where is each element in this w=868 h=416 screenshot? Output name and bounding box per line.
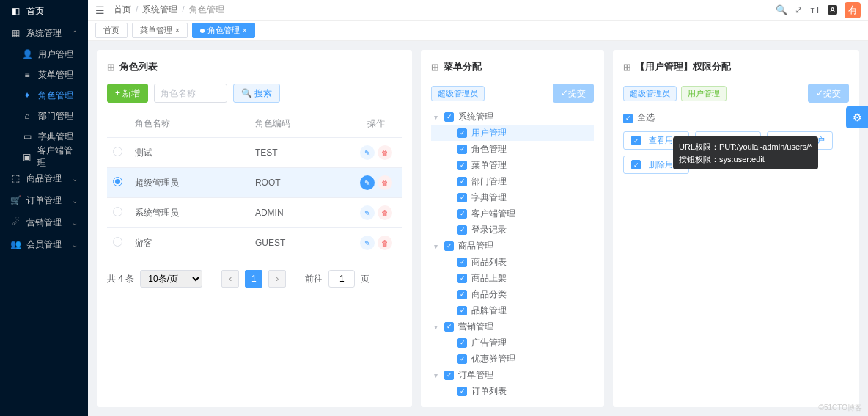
dept-icon: ⌂ xyxy=(22,111,32,121)
sidebar-user[interactable]: 👤用户管理 xyxy=(0,44,88,65)
tree-node[interactable]: 商品分类 xyxy=(431,286,594,302)
dict-icon: ▭ xyxy=(22,131,32,142)
pager: 共 4 条 10条/页 ‹ 1 › 前往 页 xyxy=(107,270,402,288)
sidebar-order[interactable]: 🛒订单管理⌄ xyxy=(0,189,88,211)
sidebar-goods[interactable]: ⬚商品管理⌄ xyxy=(0,167,88,189)
list-icon: ⊞ xyxy=(107,62,115,73)
tabsbar: 首页 菜单管理× 角色管理× xyxy=(88,21,868,41)
add-button[interactable]: + 新增 xyxy=(107,84,148,103)
roles-card: ⊞角色列表 + 新增 🔍搜索 角色名称 角色编码 操作 xyxy=(97,50,412,407)
tree-node[interactable]: ▾商品管理 xyxy=(431,238,594,254)
sidebar-client[interactable]: ▣客户端管理 xyxy=(0,147,88,167)
settings-fab[interactable]: ⚙ xyxy=(846,106,868,128)
page-next[interactable]: › xyxy=(268,270,286,288)
sidebar-dict[interactable]: ▭字典管理 xyxy=(0,126,88,147)
dashboard-icon: ◧ xyxy=(10,6,21,16)
tree-node[interactable]: 商品上架 xyxy=(431,270,594,286)
list-icon: ⊞ xyxy=(623,62,631,73)
avatar[interactable]: 有 xyxy=(845,2,861,18)
main: ☰ 首页/系统管理/角色管理 🔍 ⤢ тT A 有 首页 菜单管理× 角色管理×… xyxy=(88,0,868,416)
pager-total: 共 4 条 xyxy=(107,273,134,285)
tree-node[interactable]: 用户管理 xyxy=(431,125,594,141)
sidebar: ◧首页 ▦系统管理⌃ 👤用户管理 ≡菜单管理 ✦角色管理 ⌂部门管理 ▭字典管理… xyxy=(0,0,88,416)
card-title: 【用户管理】权限分配 xyxy=(636,60,731,73)
tree-node[interactable]: 客户端管理 xyxy=(431,205,594,222)
tree-node[interactable]: ▾营销管理 xyxy=(431,318,594,335)
tree-node[interactable]: 字典管理 xyxy=(431,189,594,205)
table-row[interactable]: 游客GUEST ✎ 🗑 xyxy=(107,228,402,258)
menu-icon: ≡ xyxy=(22,70,32,80)
sidebar-system[interactable]: ▦系统管理⌃ xyxy=(0,22,88,44)
topbar: ☰ 首页/系统管理/角色管理 🔍 ⤢ тT A 有 xyxy=(88,0,868,21)
watermark: ©51CTO博客 xyxy=(819,403,862,413)
card-title: 菜单分配 xyxy=(444,60,482,73)
edit-icon[interactable]: ✎ xyxy=(360,205,375,220)
tree-node[interactable]: ▾系统管理 xyxy=(431,109,594,125)
page-1[interactable]: 1 xyxy=(245,270,262,288)
page-prev[interactable]: ‹ xyxy=(221,270,239,288)
tree-node[interactable]: 部门管理 xyxy=(431,173,594,189)
menus-card: ⊞菜单分配 超级管理员 ✓提交 ▾系统管理 用户管理 角色管理 菜单管理 部门管… xyxy=(421,50,604,407)
table-row[interactable]: 超级管理员ROOT ✎ 🗑 xyxy=(107,168,402,198)
cart-icon: 🛒 xyxy=(10,195,21,205)
member-icon: 👥 xyxy=(10,239,21,249)
radio[interactable] xyxy=(113,237,122,247)
close-icon[interactable]: × xyxy=(175,26,180,34)
sidebar-home[interactable]: ◧首页 xyxy=(0,0,88,22)
marketing-icon: ☄ xyxy=(10,217,21,227)
hamburger-icon[interactable]: ☰ xyxy=(95,4,105,16)
tree-node[interactable]: 优惠券管理 xyxy=(431,351,594,367)
search-icon[interactable]: 🔍 xyxy=(776,4,787,15)
lang-icon[interactable]: A xyxy=(828,5,837,15)
perms-card: ⊞【用户管理】权限分配 超级管理员 用户管理 ✓提交 全选 查看用户 编辑用户 … xyxy=(613,50,859,407)
submit-button[interactable]: ✓提交 xyxy=(553,84,594,103)
sidebar-role[interactable]: ✦角色管理 xyxy=(0,85,88,106)
edit-icon[interactable]: ✎ xyxy=(360,175,375,190)
fullscreen-icon[interactable]: ⤢ xyxy=(795,4,803,15)
breadcrumb: 首页/系统管理/角色管理 xyxy=(114,4,224,16)
search-input[interactable] xyxy=(154,84,227,103)
table-row[interactable]: 测试TEST ✎ 🗑 xyxy=(107,138,402,168)
col-code: 角色编码 xyxy=(249,110,350,138)
tree-node[interactable]: 角色管理 xyxy=(431,141,594,157)
radio[interactable] xyxy=(113,147,122,156)
delete-icon[interactable]: 🗑 xyxy=(378,205,392,220)
table-row[interactable]: 系统管理员ADMIN ✎ 🗑 xyxy=(107,198,402,228)
tree-node[interactable]: 商品列表 xyxy=(431,254,594,270)
delete-icon[interactable]: 🗑 xyxy=(378,175,392,190)
tree-node[interactable]: 登录记录 xyxy=(431,222,594,238)
menu-tree: ▾系统管理 用户管理 角色管理 菜单管理 部门管理 字典管理 客户端管理 登录记… xyxy=(431,109,594,397)
tree-node[interactable]: 品牌管理 xyxy=(431,302,594,318)
sidebar-member[interactable]: 👥会员管理⌄ xyxy=(0,233,88,255)
tree-node[interactable]: 订单列表 xyxy=(431,383,594,397)
tree-node[interactable]: ▾订单管理 xyxy=(431,367,594,383)
tooltip: URL权限：PUT:/youlai-admin/users/* 按钮权限：sys… xyxy=(673,136,818,169)
col-name: 角色名称 xyxy=(129,110,249,138)
sidebar-marketing[interactable]: ☄营销管理⌄ xyxy=(0,211,88,233)
delete-icon[interactable]: 🗑 xyxy=(378,145,392,160)
sidebar-dept[interactable]: ⌂部门管理 xyxy=(0,106,88,126)
delete-icon[interactable]: 🗑 xyxy=(378,236,392,250)
page-goto-input[interactable] xyxy=(328,270,355,288)
close-icon[interactable]: × xyxy=(243,26,247,34)
search-button[interactable]: 🔍搜索 xyxy=(233,84,280,103)
tab-role[interactable]: 角色管理× xyxy=(192,23,255,38)
radio[interactable] xyxy=(113,177,122,186)
role-tag: 超级管理员 xyxy=(431,86,485,101)
page-size-select[interactable]: 10条/页 xyxy=(140,270,202,288)
module-tag: 用户管理 xyxy=(681,86,727,101)
tree-node[interactable]: 菜单管理 xyxy=(431,157,594,173)
select-all[interactable]: 全选 xyxy=(623,112,849,124)
role-icon: ✦ xyxy=(22,90,32,101)
role-tag: 超级管理员 xyxy=(623,86,677,101)
tree-node[interactable]: 广告管理 xyxy=(431,335,594,351)
card-title: 角色列表 xyxy=(119,60,158,73)
radio[interactable] xyxy=(113,207,122,216)
submit-button[interactable]: ✓提交 xyxy=(808,84,849,103)
edit-icon[interactable]: ✎ xyxy=(360,145,375,160)
edit-icon[interactable]: ✎ xyxy=(360,236,375,250)
tab-menu[interactable]: 菜单管理× xyxy=(132,23,188,38)
fontsize-icon[interactable]: тT xyxy=(810,4,820,15)
sidebar-menu[interactable]: ≡菜单管理 xyxy=(0,65,88,85)
tab-home[interactable]: 首页 xyxy=(95,23,128,38)
